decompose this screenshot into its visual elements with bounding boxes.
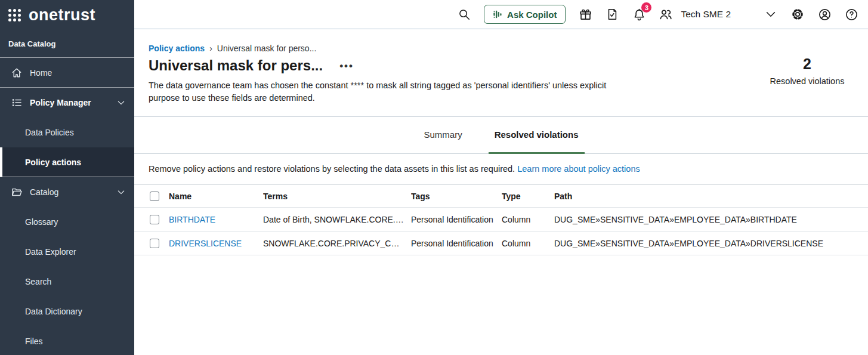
sidebar-item-data-policies[interactable]: Data Policies: [0, 118, 134, 147]
path-cell: DUG_SME»SENSITIVE_DATA»EMPLOYEE_DATA»DRI…: [554, 239, 858, 248]
home-icon: [11, 67, 23, 79]
sidebar: onetrust Data Catalog Home Policy Manage…: [0, 0, 134, 355]
select-all-checkbox[interactable]: [150, 192, 159, 201]
page-title: Universal mask for pers...: [149, 57, 323, 74]
note-text: Remove policy actions and restore violat…: [149, 164, 515, 174]
path-cell: DUG_SME»SENSITIVE_DATA»EMPLOYEE_DATA»BIR…: [554, 215, 858, 224]
sidebar-item-label: Data Explorer: [25, 247, 126, 257]
sidebar-item-label: Data Dictionary: [25, 307, 126, 316]
instruction-note: Remove policy actions and restore violat…: [134, 154, 868, 183]
app-name-label: Data Catalog: [0, 30, 134, 58]
sidebar-item-search[interactable]: Search: [0, 267, 134, 297]
breadcrumb-separator: ›: [209, 44, 212, 53]
folder-icon: [11, 186, 23, 198]
search-icon[interactable]: [457, 7, 471, 21]
user-name-label: Tech SME 2: [681, 9, 731, 20]
sidebar-item-policy-actions[interactable]: Policy actions: [0, 147, 134, 177]
tab-resolved-violations[interactable]: Resolved violations: [489, 117, 585, 154]
type-cell: Column: [502, 239, 547, 248]
counter-value: 2: [803, 55, 811, 73]
sidebar-item-label: Catalog: [30, 187, 109, 197]
tags-cell: Personal Identification: [411, 215, 495, 224]
sidebar-item-glossary[interactable]: Glossary: [0, 207, 134, 237]
chevron-down-icon[interactable]: [116, 187, 126, 197]
column-header-type: Type: [502, 192, 547, 201]
sidebar-item-policy-manager[interactable]: Policy Manager: [0, 88, 134, 118]
asset-name-link[interactable]: BIRTHDATE: [169, 215, 256, 224]
topbar: Ask Copilot 3 Tech SME 2: [134, 0, 868, 29]
gear-icon[interactable]: [790, 7, 805, 21]
counter-label: Resolved violations: [770, 76, 845, 86]
chevron-down-icon[interactable]: [764, 7, 778, 21]
sidebar-item-label: Glossary: [25, 217, 126, 227]
sidebar-item-catalog[interactable]: Catalog: [0, 177, 134, 207]
page-description: The data governance team has chosen the …: [149, 79, 626, 104]
column-header-tags: Tags: [411, 192, 495, 201]
more-actions-icon[interactable]: •••: [339, 61, 354, 71]
page-header: Policy actions › Universal mask for pers…: [134, 29, 868, 116]
sidebar-item-data-explorer[interactable]: Data Explorer: [0, 237, 134, 267]
sidebar-item-label: Data Policies: [25, 128, 126, 137]
account-icon[interactable]: [817, 7, 832, 21]
table-row: BIRTHDATE Date of Birth, SNOWFLAKE.CORE.…: [134, 208, 868, 231]
terms-cell: SNOWFLAKE.CORE.PRIVACY_CATEG...: [263, 239, 404, 248]
asset-name-link[interactable]: DRIVERSLICENSE: [169, 239, 256, 248]
row-checkbox[interactable]: [150, 215, 159, 224]
ask-copilot-button[interactable]: Ask Copilot: [484, 5, 566, 24]
ask-copilot-label: Ask Copilot: [507, 10, 557, 20]
sidebar-item-home[interactable]: Home: [0, 58, 134, 88]
table-row: DRIVERSLICENSE SNOWFLAKE.CORE.PRIVACY_CA…: [134, 231, 868, 255]
copilot-bars-icon: [493, 9, 502, 20]
breadcrumb-current: Universal mask for perso...: [217, 44, 317, 53]
gift-icon[interactable]: [578, 7, 592, 21]
sidebar-item-label: Home: [30, 68, 126, 78]
breadcrumb-policy-actions[interactable]: Policy actions: [149, 44, 205, 53]
sidebar-item-label: Policy Manager: [30, 98, 109, 107]
sidebar-item-label: Policy actions: [25, 158, 126, 167]
learn-more-link[interactable]: Learn more about policy actions: [517, 164, 640, 174]
notifications-bell-icon[interactable]: 3: [632, 7, 646, 21]
chevron-down-icon[interactable]: [116, 98, 126, 107]
violations-table: Name Terms Tags Type Path BIRTHDATE Date…: [134, 184, 868, 255]
resolved-violations-counter: 2 Resolved violations: [759, 55, 855, 116]
app-window: onetrust Data Catalog Home Policy Manage…: [0, 0, 868, 355]
column-header-terms: Terms: [263, 192, 404, 201]
tab-bar: Summary Resolved violations: [134, 117, 868, 154]
logo-text: onetrust: [29, 6, 95, 24]
column-header-path: Path: [554, 192, 858, 201]
help-icon[interactable]: [844, 7, 858, 21]
terms-cell: Date of Birth, SNOWFLAKE.CORE.PRI...: [263, 215, 404, 224]
row-checkbox[interactable]: [150, 239, 159, 248]
sidebar-item-label: Files: [25, 337, 126, 346]
type-cell: Column: [502, 215, 547, 224]
sidebar-item-files[interactable]: Files: [0, 326, 134, 355]
breadcrumb: Policy actions › Universal mask for pers…: [149, 44, 626, 53]
notification-badge: 3: [641, 2, 651, 13]
logo: onetrust: [0, 0, 134, 30]
table-header-row: Name Terms Tags Type Path: [134, 184, 868, 208]
main-content: Policy actions › Universal mask for pers…: [134, 29, 868, 355]
column-header-name: Name: [169, 192, 256, 201]
tags-cell: Personal Identification: [411, 239, 495, 248]
tab-summary[interactable]: Summary: [418, 117, 468, 154]
sidebar-item-data-dictionary[interactable]: Data Dictionary: [0, 297, 134, 326]
user-group-icon[interactable]: [659, 7, 673, 21]
onetrust-logo-mark-icon: [8, 9, 21, 21]
task-doc-icon[interactable]: [605, 7, 619, 21]
sidebar-item-label: Search: [25, 277, 126, 286]
list-icon: [11, 97, 23, 109]
